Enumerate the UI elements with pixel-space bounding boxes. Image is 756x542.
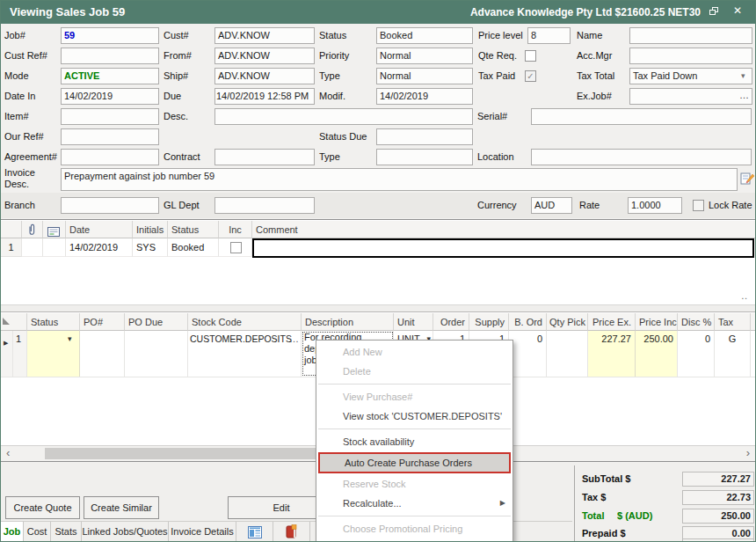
- stock-col-disc[interactable]: Disc %: [678, 313, 715, 331]
- stock-col-po-due[interactable]: PO Due: [125, 313, 188, 331]
- stock-col-tax[interactable]: Tax: [715, 313, 751, 331]
- ship-field[interactable]: ADV.KNOW: [214, 68, 315, 84]
- create-similar-button[interactable]: Create Similar: [84, 496, 159, 519]
- stock-col-qty-pick[interactable]: Qty Pick: [547, 313, 588, 331]
- status-due-field[interactable]: [376, 128, 473, 145]
- create-quote-button[interactable]: Create Quote: [5, 496, 80, 519]
- comment-col-date[interactable]: Date: [66, 221, 133, 238]
- tab-stats[interactable]: Stats: [51, 522, 82, 542]
- stock-row-disc[interactable]: 0: [678, 331, 715, 377]
- modif-field[interactable]: 14/02/2019: [376, 88, 473, 105]
- comment-col-note[interactable]: [43, 221, 66, 238]
- price-level-field[interactable]: 8: [527, 27, 571, 44]
- agreement-field[interactable]: [61, 149, 159, 165]
- grid-splitter[interactable]: ▪ ▪ ▪ ▪ ▪: [1, 304, 755, 311]
- location-field[interactable]: [531, 149, 752, 165]
- comment-row-attachment-cell: [22, 238, 43, 257]
- serial-field[interactable]: [531, 108, 752, 125]
- stock-row-b-ord[interactable]: 0: [509, 331, 547, 377]
- tab-linked-jobs-quotes[interactable]: Linked Jobs/Quotes: [82, 522, 169, 542]
- mode-field[interactable]: ACTIVE: [61, 68, 159, 84]
- qte-req-checkbox[interactable]: [525, 50, 536, 62]
- menu-item-stock-availability[interactable]: Stock availability: [316, 432, 512, 451]
- modif-label: Modif.: [319, 88, 345, 105]
- stock-code-ellipsis-button[interactable]: …: [289, 331, 299, 347]
- comment-col-status[interactable]: Status: [168, 221, 219, 238]
- stock-col-stock-code[interactable]: Stock Code: [188, 313, 302, 331]
- lock-rate-checkbox[interactable]: [693, 200, 704, 211]
- stock-col-b-ord[interactable]: B. Ord: [509, 313, 547, 331]
- status-label: Status: [319, 27, 346, 44]
- currency-field[interactable]: AUD: [531, 197, 572, 214]
- acc-mgr-field[interactable]: [629, 48, 752, 64]
- stock-row-po[interactable]: [80, 331, 125, 377]
- comment-row-date[interactable]: 14/02/2019: [66, 238, 133, 257]
- rate-field[interactable]: 1.0000: [628, 197, 682, 214]
- comment-row-comment-cell[interactable]: [252, 238, 754, 258]
- comment-col-comment[interactable]: Comment: [252, 221, 755, 238]
- job-field[interactable]: 59: [61, 27, 159, 44]
- tab-book-icon-tab[interactable]: [273, 522, 310, 542]
- job-header-form: Job# 59 Cust# ADV.KNOW Status Booked Pri…: [1, 24, 755, 219]
- comment-col-inc[interactable]: Inc: [219, 221, 252, 238]
- book-icon: [286, 524, 298, 542]
- comment-row-status[interactable]: Booked: [168, 238, 219, 257]
- stock-row-price-inc[interactable]: 250.00: [636, 331, 678, 377]
- cust-field[interactable]: ADV.KNOW: [214, 27, 315, 44]
- edit-note-icon[interactable]: [740, 172, 754, 186]
- name-field[interactable]: [629, 27, 752, 44]
- stock-col-po[interactable]: PO#: [80, 313, 125, 331]
- scroll-left-icon[interactable]: ‹: [6, 446, 10, 460]
- status-dropdown-icon[interactable]: ▾: [68, 331, 72, 348]
- restore-icon[interactable]: [709, 7, 719, 16]
- stock-col-order[interactable]: Order: [433, 313, 469, 331]
- our-ref-field[interactable]: [61, 128, 159, 145]
- stock-col-status[interactable]: Status: [27, 313, 80, 331]
- invoice-desc-field[interactable]: Prepayment against job number 59: [61, 168, 738, 191]
- type-field[interactable]: Normal: [376, 68, 473, 84]
- stock-col-unit[interactable]: Unit: [394, 313, 433, 331]
- prepaid-label: Prepaid $: [582, 528, 626, 538]
- stock-col-supply[interactable]: Supply: [469, 313, 509, 331]
- priority-field[interactable]: Normal: [376, 48, 473, 64]
- comment-col-initials[interactable]: Initials: [133, 221, 168, 238]
- tab-job[interactable]: Job: [1, 522, 24, 542]
- stock-row-qty-pick[interactable]: [547, 331, 588, 377]
- close-icon[interactable]: ✕: [733, 4, 742, 17]
- stock-row-tax[interactable]: G: [715, 331, 751, 377]
- branch-field[interactable]: [61, 197, 159, 214]
- menu-item-recalculate-label: Recalculate...: [343, 498, 402, 509]
- stock-col-price-inc[interactable]: Price Inc.: [636, 313, 678, 331]
- comment-row-initials[interactable]: SYS: [133, 238, 168, 257]
- date-in-field[interactable]: 14/02/2019: [61, 88, 159, 105]
- stock-row-po-due[interactable]: [125, 331, 188, 377]
- stock-col-price-ex[interactable]: Price Ex.: [588, 313, 636, 331]
- tax-total-select[interactable]: Tax Paid Down: [629, 68, 752, 84]
- tab-report-icon-tab[interactable]: [236, 522, 273, 542]
- tab-cost[interactable]: Cost: [24, 522, 51, 542]
- ex-job-field[interactable]: [629, 88, 752, 105]
- comment-inc-checkbox[interactable]: [230, 242, 242, 253]
- gl-dept-field[interactable]: [214, 197, 315, 214]
- menu-item-view-stock[interactable]: View stock 'CUSTOMER.DEPOSITS': [316, 406, 512, 426]
- ex-job-ellipsis-button[interactable]: …: [739, 88, 749, 103]
- type2-field[interactable]: [376, 149, 473, 165]
- tax-paid-checkbox[interactable]: ✓: [525, 70, 536, 82]
- from-field[interactable]: ADV.KNOW: [214, 48, 315, 64]
- tax-total-dropdown-icon[interactable]: ▾: [741, 68, 745, 84]
- status-field[interactable]: Booked: [376, 27, 473, 44]
- menu-item-auto-create-purchase-orders[interactable]: Auto Create Purchase Orders: [318, 452, 511, 473]
- stock-row-stock-code-cell[interactable]: CUSTOMER.DEPOSITS …: [188, 331, 302, 377]
- stock-row-status-cell[interactable]: ▾: [27, 331, 80, 377]
- due-field[interactable]: 14/02/2019 12:58 PM: [214, 88, 315, 105]
- item-field[interactable]: [61, 108, 159, 125]
- tab-invoice-details[interactable]: Invoice Details: [169, 522, 236, 542]
- cust-ref-field[interactable]: [61, 48, 159, 64]
- menu-item-recalculate[interactable]: Recalculate... ▶: [316, 494, 512, 513]
- comment-col-attachment[interactable]: [22, 221, 43, 238]
- scroll-right-icon[interactable]: ›: [746, 446, 750, 460]
- contract-field[interactable]: [214, 149, 315, 165]
- desc-field[interactable]: [214, 108, 473, 125]
- stock-row-price-ex[interactable]: 227.27: [588, 331, 636, 377]
- stock-col-description[interactable]: Description: [302, 313, 394, 331]
